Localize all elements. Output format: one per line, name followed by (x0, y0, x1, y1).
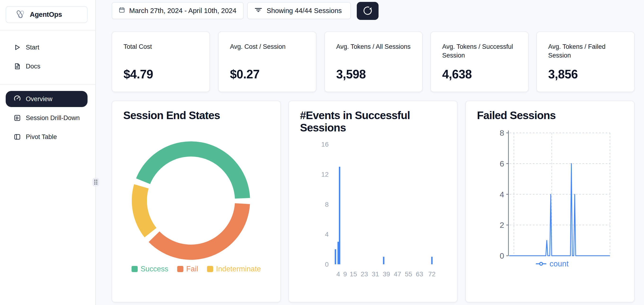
bar-x4[interactable] (338, 242, 339, 264)
sidebar-item-pivot-table[interactable]: Pivot Table (6, 130, 88, 144)
docs-icon (14, 63, 21, 70)
sidebar: AgentOps Start Docs Overview (0, 0, 96, 305)
stat-value: 3,598 (336, 67, 412, 81)
svg-text:4: 4 (336, 270, 340, 278)
stat-label: Avg. Tokens / Successful Session (442, 42, 518, 60)
date-range-button[interactable]: March 27th, 2024 - April 10th, 2024 (112, 2, 244, 19)
play-icon (14, 44, 21, 51)
count-line[interactable] (509, 164, 610, 256)
sidebar-item-label: Start (26, 44, 39, 51)
stat-value: 4,638 (442, 67, 518, 81)
legend-swatch (207, 266, 213, 272)
count-legend-label: count (550, 259, 569, 268)
date-range-label: March 27th, 2024 - April 10th, 2024 (129, 7, 236, 15)
sessions-filter-button[interactable]: Showing 44/44 Sessions (247, 2, 351, 19)
svg-text:2: 2 (500, 220, 504, 229)
bar-x37[interactable] (383, 257, 384, 264)
paperclip-logo-icon (15, 9, 26, 20)
legend-swatch (132, 266, 138, 272)
svg-text:31: 31 (372, 270, 379, 278)
stat-card-avg-tokens-all: Avg. Tokens / All Sessions 3,598 (324, 32, 422, 92)
stat-card-total-cost: Total Cost $4.79 (112, 32, 210, 92)
svg-text:0: 0 (325, 261, 328, 268)
sidebar-item-start[interactable]: Start (6, 40, 88, 55)
count-legend[interactable]: count (501, 259, 603, 268)
list-box-icon (14, 114, 21, 122)
svg-text:72: 72 (428, 270, 436, 278)
donut-slice-indeterminate[interactable] (132, 184, 156, 237)
donut-legend: SuccessFailIndeterminate (112, 265, 280, 273)
legend-label: Indeterminate (216, 265, 261, 273)
svg-text:15: 15 (350, 270, 357, 278)
svg-text:47: 47 (394, 270, 401, 278)
sidebar-item-label: Docs (26, 63, 40, 70)
stat-label: Avg. Tokens / All Sessions (336, 42, 412, 51)
bar-x2[interactable] (335, 249, 336, 264)
refresh-button[interactable] (357, 2, 378, 20)
svg-text:63: 63 (416, 270, 423, 278)
svg-text:8: 8 (500, 128, 504, 137)
legend-label: Fail (186, 265, 198, 273)
svg-text:4: 4 (325, 231, 328, 238)
sidebar-item-label: Overview (26, 95, 52, 103)
legend-item-fail[interactable]: Fail (177, 265, 198, 273)
stat-value: $0.27 (230, 67, 306, 81)
donut-slice-success[interactable] (136, 141, 250, 199)
sidebar-item-label: Pivot Table (26, 133, 57, 141)
svg-text:9: 9 (343, 270, 347, 278)
svg-text:55: 55 (405, 270, 412, 278)
stat-label: Total Cost (124, 42, 199, 51)
sessions-filter-label: Showing 44/44 Sessions (267, 7, 342, 15)
sidebar-resize-handle[interactable] (92, 178, 99, 186)
bar-x72[interactable] (431, 257, 433, 264)
bar-x5[interactable] (339, 167, 340, 264)
events-bar-chart[interactable]: 0481216491523313947556372 (289, 101, 458, 302)
legend-item-indeterminate[interactable]: Indeterminate (207, 265, 261, 273)
svg-text:39: 39 (383, 270, 390, 278)
sidebar-item-docs[interactable]: Docs (6, 59, 88, 73)
sidebar-divider (0, 30, 96, 31)
svg-text:12: 12 (321, 171, 328, 178)
svg-text:23: 23 (361, 270, 368, 278)
sidebar-divider (0, 84, 96, 85)
stat-label: Avg. Cost / Session (230, 42, 306, 51)
donut-slice-fail[interactable] (148, 203, 250, 260)
app-title: AgentOps (30, 11, 62, 19)
filter-icon (254, 7, 262, 15)
legend-item-success[interactable]: Success (132, 265, 168, 273)
stat-card-avg-tokens-successful: Avg. Tokens / Successful Session 4,638 (430, 32, 528, 92)
svg-text:16: 16 (321, 141, 328, 148)
sidebar-item-session-drill-down[interactable]: Session Drill-Down (6, 111, 88, 125)
stat-label: Avg. Tokens / Failed Session (548, 42, 624, 60)
sidebar-item-overview[interactable]: Overview (6, 91, 88, 107)
legend-swatch (177, 266, 183, 272)
chart-card-session-end-states: Session End States SuccessFailIndetermin… (112, 101, 281, 302)
chart-card-events-histogram: #Events in Successful Sessions 048121649… (288, 101, 458, 302)
grip-dots-icon (94, 180, 97, 184)
svg-text:4: 4 (500, 190, 504, 199)
stat-value: 3,856 (548, 67, 624, 81)
refresh-icon (362, 5, 373, 17)
failed-sessions-line-chart[interactable]: 02468 (466, 101, 634, 302)
svg-text:6: 6 (500, 159, 504, 168)
sidebar-item-label: Session Drill-Down (26, 114, 80, 122)
calendar-icon (119, 7, 125, 15)
legend-label: Success (140, 265, 168, 273)
svg-text:8: 8 (325, 201, 328, 208)
chart-card-failed-sessions: Failed Sessions 02468 count (465, 101, 634, 302)
svg-text:0: 0 (500, 251, 504, 260)
count-line-marker-icon (536, 261, 546, 266)
gauge-icon (14, 95, 21, 104)
stat-card-avg-tokens-failed: Avg. Tokens / Failed Session 3,856 (536, 32, 634, 92)
stat-card-avg-cost-session: Avg. Cost / Session $0.27 (218, 32, 316, 92)
columns-icon (14, 133, 21, 141)
stat-value: $4.79 (124, 67, 199, 81)
agentops-logo[interactable]: AgentOps (6, 6, 88, 23)
